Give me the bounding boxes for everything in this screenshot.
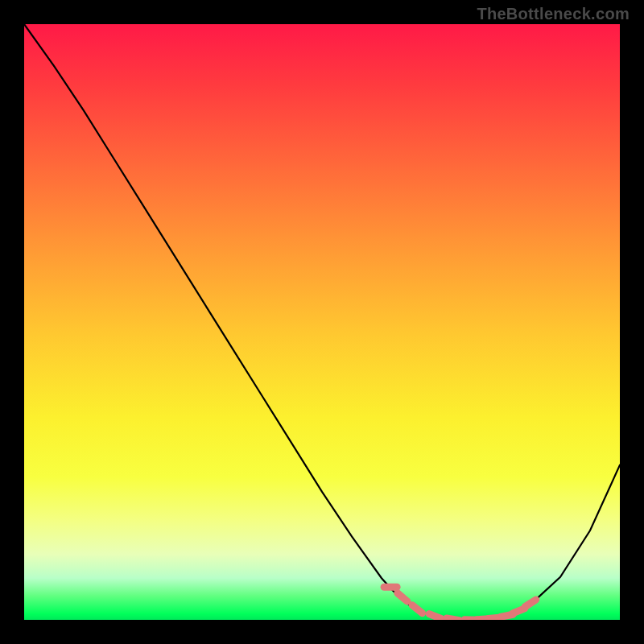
attribution-text: TheBottleneck.com (477, 5, 630, 23)
highlight-dash (412, 605, 423, 613)
plot-area (24, 24, 620, 620)
highlight-dash (398, 593, 407, 601)
chart-svg (24, 24, 620, 620)
highlight-dash (429, 614, 441, 619)
bottleneck-curve-line (24, 24, 620, 620)
highlight-dash (525, 600, 535, 607)
chart-container: TheBottleneck.com (0, 0, 644, 644)
highlight-dots-group (384, 587, 536, 620)
highlight-dash (447, 618, 460, 620)
